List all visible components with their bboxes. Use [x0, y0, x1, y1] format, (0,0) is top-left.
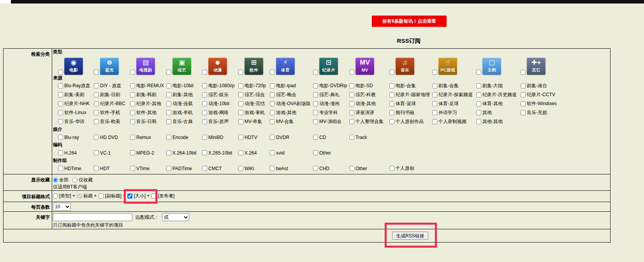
checkbox-option[interactable]: DVDR — [270, 135, 313, 140]
checkbox[interactable] — [313, 92, 318, 97]
checkbox[interactable] — [166, 92, 171, 97]
checkbox-option[interactable]: 软件-Linux — [58, 109, 94, 116]
favorite-all-radio[interactable] — [53, 178, 58, 183]
checkbox-option[interactable]: 剧集-美剧 — [58, 91, 94, 98]
tv-series-icon[interactable]: ▤电视剧 — [136, 58, 155, 75]
software-icon[interactable]: ⊞软件 — [245, 58, 263, 75]
checkbox[interactable] — [166, 150, 171, 155]
sports-icon[interactable]: ⚡体育 — [276, 58, 295, 75]
checkbox-option[interactable]: 电影-720p — [238, 83, 270, 89]
checkbox[interactable] — [130, 166, 135, 171]
checkbox[interactable] — [521, 101, 526, 106]
checkbox[interactable] — [270, 92, 275, 97]
checkbox[interactable] — [94, 110, 99, 115]
checkbox-option[interactable]: VC-1 — [94, 150, 130, 156]
checkbox-option[interactable]: beAst — [270, 166, 313, 171]
checkbox-option[interactable]: 综艺-娱乐 — [202, 91, 238, 98]
checkbox[interactable] — [238, 83, 243, 88]
checkbox[interactable] — [389, 119, 394, 124]
checkbox-option[interactable]: 音乐-日韩 — [130, 118, 166, 125]
checkbox[interactable] — [202, 119, 207, 124]
checkbox[interactable] — [94, 150, 99, 155]
checkbox-option[interactable]: 期刊书籍 — [389, 109, 432, 116]
title-format-option[interactable]: [大小] + — [127, 193, 150, 199]
category-checkbox-documentary[interactable] — [313, 70, 318, 75]
checkbox[interactable] — [238, 119, 243, 124]
checkbox-option[interactable]: 软件-手机 — [94, 109, 130, 116]
checkbox-option[interactable]: 纪录片-BBC — [94, 100, 130, 107]
checkbox[interactable] — [389, 166, 394, 171]
checkbox-option[interactable]: 专业学科 — [313, 109, 349, 116]
checkbox-option[interactable]: MPEG-2 — [130, 150, 166, 156]
music-icon[interactable]: ♫音乐 — [396, 58, 414, 75]
checkbox-option[interactable]: 游戏-掌机 — [238, 109, 270, 116]
checkbox[interactable] — [476, 110, 481, 115]
checkbox-option[interactable]: Other — [349, 166, 389, 171]
match-mode-select[interactable]: 或 — [162, 213, 189, 221]
checkbox[interactable] — [270, 166, 275, 171]
checkbox-option[interactable]: H.264 — [58, 150, 94, 156]
checkbox[interactable] — [349, 135, 354, 140]
checkbox[interactable] — [166, 166, 171, 171]
checkbox-option[interactable]: 软件-Windows — [521, 100, 610, 107]
checkbox[interactable] — [130, 92, 135, 97]
checkbox-option[interactable]: CD — [313, 135, 349, 140]
checkbox[interactable] — [94, 166, 99, 171]
checkbox-option[interactable]: 游戏-网络 — [202, 109, 238, 116]
mv-icon[interactable]: MVMV — [355, 58, 374, 75]
checkbox[interactable] — [238, 150, 243, 155]
checkbox-option[interactable]: 纪录片-探索频道 — [432, 91, 476, 98]
checkbox-option[interactable]: HD DVD — [94, 135, 130, 140]
checkbox-option[interactable]: Remux — [130, 135, 166, 140]
checkbox-option[interactable]: 纪录片-其他 — [130, 100, 166, 107]
checkbox[interactable] — [58, 101, 63, 106]
checkbox[interactable] — [349, 101, 354, 106]
checkbox-option[interactable]: 动漫-连载 — [166, 100, 202, 107]
checkbox-option[interactable]: X.265-10bit — [202, 150, 238, 156]
checkbox[interactable] — [58, 110, 63, 115]
checkbox-option[interactable]: 音乐-华语 — [58, 118, 94, 125]
checkbox-option[interactable]: 外语学习 — [432, 109, 476, 116]
checkbox[interactable] — [432, 83, 437, 88]
checkbox[interactable] — [58, 150, 63, 155]
favorite-only-option[interactable]: 仅收藏 — [72, 177, 93, 183]
category-checkbox-variety[interactable] — [166, 70, 171, 75]
checkbox-option[interactable]: 剧集-港台 — [521, 83, 610, 89]
checkbox-option[interactable]: HDTV — [238, 135, 270, 140]
other-icon[interactable]: ✚+其它 — [527, 58, 545, 75]
checkbox[interactable] — [130, 150, 135, 155]
checkbox-option[interactable]: CHD — [313, 166, 349, 171]
category-checkbox-bluray[interactable] — [94, 70, 99, 75]
checkbox[interactable] — [202, 101, 207, 106]
checkbox-option[interactable]: 电影-DVDRip — [313, 83, 349, 89]
checkbox[interactable] — [349, 166, 354, 171]
checkbox[interactable] — [313, 166, 318, 171]
title-format-option[interactable]: [发布者] — [151, 193, 174, 199]
checkbox[interactable] — [130, 110, 135, 115]
checkbox[interactable] — [432, 101, 437, 106]
checkbox-option[interactable]: 音乐-原声 — [202, 118, 238, 125]
checkbox[interactable] — [202, 83, 207, 88]
checkbox[interactable] — [389, 110, 394, 115]
checkbox-option[interactable]: MV-演唱会 — [313, 118, 349, 125]
variety-icon[interactable]: ▣综艺 — [172, 58, 191, 75]
checkbox[interactable] — [313, 101, 318, 106]
checkbox-option[interactable]: 动漫-OVA剧场版 — [270, 100, 313, 107]
checkbox[interactable] — [476, 101, 481, 106]
checkbox-option[interactable]: Track — [349, 135, 389, 140]
checkbox[interactable] — [313, 119, 318, 124]
checkbox-option[interactable]: Blu-ray — [58, 135, 94, 140]
checkbox-option[interactable]: 电影-SD — [349, 83, 389, 89]
checkbox[interactable] — [202, 110, 207, 115]
checkbox[interactable] — [270, 119, 275, 124]
checkbox-option[interactable]: WiKi — [238, 166, 270, 171]
checkbox[interactable] — [130, 135, 135, 140]
checkbox[interactable] — [389, 83, 394, 88]
category-checkbox-movie[interactable] — [58, 70, 63, 75]
per-page-select[interactable]: 10 — [53, 203, 71, 211]
anime-icon[interactable]: ☻动漫 — [208, 58, 227, 75]
category-checkbox-other[interactable] — [521, 70, 526, 75]
checkbox[interactable] — [238, 101, 243, 106]
checkbox-option[interactable]: 体育-其他 — [476, 100, 521, 107]
checkbox[interactable] — [202, 92, 207, 97]
